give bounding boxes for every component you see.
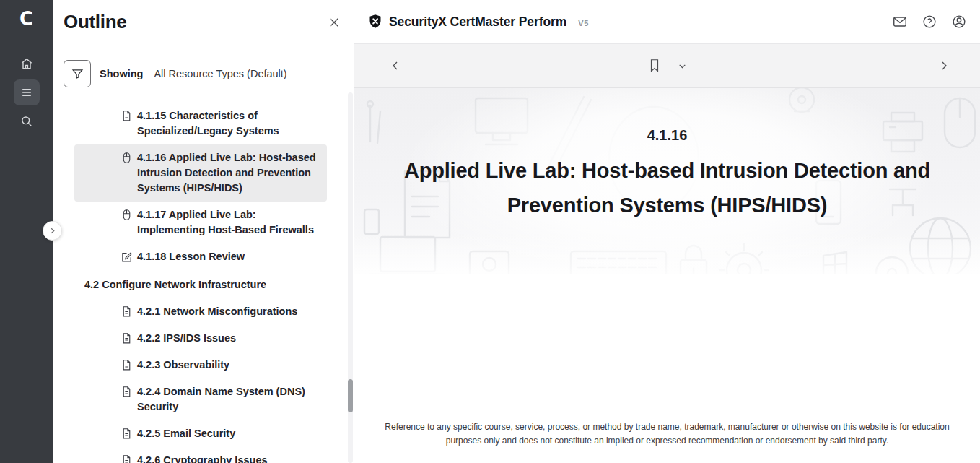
- chevron-down-icon[interactable]: [678, 61, 687, 71]
- lesson-number: 4.1.16: [354, 127, 980, 144]
- outline-scrollbar-thumb[interactable]: [348, 379, 353, 412]
- showing-label: Showing: [100, 68, 143, 79]
- disclaimer-text: Reference to any specific course, servic…: [380, 420, 954, 447]
- search-icon[interactable]: [14, 108, 40, 134]
- document-icon: [121, 359, 133, 371]
- pencil-icon: [121, 251, 133, 263]
- course-version-badge: V5: [578, 19, 589, 27]
- outline-panel-title: Outline: [64, 11, 126, 33]
- outline-item[interactable]: 4.2.2 IPS/IDS Issues: [74, 325, 327, 352]
- lesson-banner: 4.1.16 Applied Live Lab: Host-based Intr…: [354, 88, 980, 274]
- outline-item[interactable]: 4.2.6 Cryptography Issues: [74, 447, 327, 463]
- document-icon: [121, 454, 133, 463]
- document-icon: [121, 428, 133, 440]
- outline-item[interactable]: 4.2.4 Domain Name System (DNS) Security: [74, 378, 327, 420]
- outline-item-label: 4.1.15 Characteristics of Specialized/Le…: [137, 108, 320, 139]
- outline-item[interactable]: 4.1.18 Lesson Review: [74, 243, 327, 270]
- bookmark-icon[interactable]: [648, 58, 661, 74]
- outline-item[interactable]: 4.2.5 Email Security: [74, 420, 327, 447]
- outline-item[interactable]: 4.1.15 Characteristics of Specialized/Le…: [74, 103, 327, 144]
- outline-item-label: 4.2.6 Cryptography Issues: [137, 453, 268, 463]
- account-icon[interactable]: [951, 14, 967, 30]
- outline-item-selected[interactable]: 4.1.16 Applied Live Lab: Host-based Intr…: [74, 144, 327, 202]
- chevron-left-icon[interactable]: [390, 60, 401, 72]
- outline-item-label: 4.2.2 IPS/IDS Issues: [137, 331, 236, 346]
- lesson-title: Applied Live Lab: Host-based Intrusion D…: [356, 153, 979, 222]
- panel-collapse-button[interactable]: [43, 221, 62, 241]
- mouse-icon: [121, 209, 133, 221]
- close-icon[interactable]: [325, 13, 344, 32]
- outline-section-label: 4.2 Configure Network Infrastructure: [84, 277, 266, 293]
- outline-item-label: 4.2.5 Email Security: [137, 426, 235, 441]
- home-icon[interactable]: [14, 51, 40, 77]
- mail-icon[interactable]: [892, 14, 908, 30]
- filter-value: All Resource Types (Default): [154, 68, 286, 79]
- mouse-icon: [121, 152, 133, 164]
- rail-nav: [0, 51, 53, 134]
- filter-funnel-icon[interactable]: [64, 60, 91, 87]
- course-title: SecurityX CertMaster Perform: [389, 14, 566, 30]
- outline-scrollbar-track[interactable]: [348, 92, 353, 463]
- document-icon: [121, 386, 133, 398]
- main-content: SecurityX CertMaster Perform V5: [354, 0, 980, 463]
- chevron-right-icon[interactable]: [938, 60, 950, 72]
- outline-filter-row: Showing All Resource Types (Default): [64, 60, 287, 87]
- outline-item-label: 4.2.1 Network Misconfigurations: [137, 304, 297, 319]
- outline-item-label: 4.2.3 Observability: [137, 358, 229, 373]
- lesson-toolbar: [354, 43, 980, 88]
- securityx-shield-logo: [368, 14, 382, 30]
- outline-item[interactable]: 4.2.3 Observability: [74, 352, 327, 378]
- disclaimer-section: Reference to any specific course, servic…: [354, 420, 980, 447]
- menu-icon[interactable]: [14, 79, 40, 105]
- outline-panel: Outline Showing All Resource Types (Defa…: [53, 0, 354, 463]
- outline-item-label: 4.1.17 Applied Live Lab: Implementing Ho…: [137, 207, 320, 238]
- outline-list: 4.1.15 Characteristics of Specialized/Le…: [74, 103, 327, 463]
- course-header: SecurityX CertMaster Perform V5: [354, 0, 980, 43]
- outline-item-label: 4.1.18 Lesson Review: [137, 249, 245, 264]
- document-icon: [121, 110, 133, 122]
- outline-item[interactable]: 4.2.1 Network Misconfigurations: [74, 298, 327, 325]
- outline-item-label: 4.2.4 Domain Name System (DNS) Security: [137, 384, 320, 415]
- comptia-logo: C: [0, 0, 53, 38]
- outline-item[interactable]: 4.1.17 Applied Live Lab: Implementing Ho…: [74, 202, 327, 243]
- outline-item-label: 4.1.16 Applied Live Lab: Host-based Intr…: [137, 150, 320, 196]
- outline-section-header: 4.2 Configure Network Infrastructure: [74, 272, 327, 298]
- help-icon[interactable]: [922, 14, 937, 30]
- document-icon: [121, 306, 133, 318]
- document-icon: [121, 332, 133, 345]
